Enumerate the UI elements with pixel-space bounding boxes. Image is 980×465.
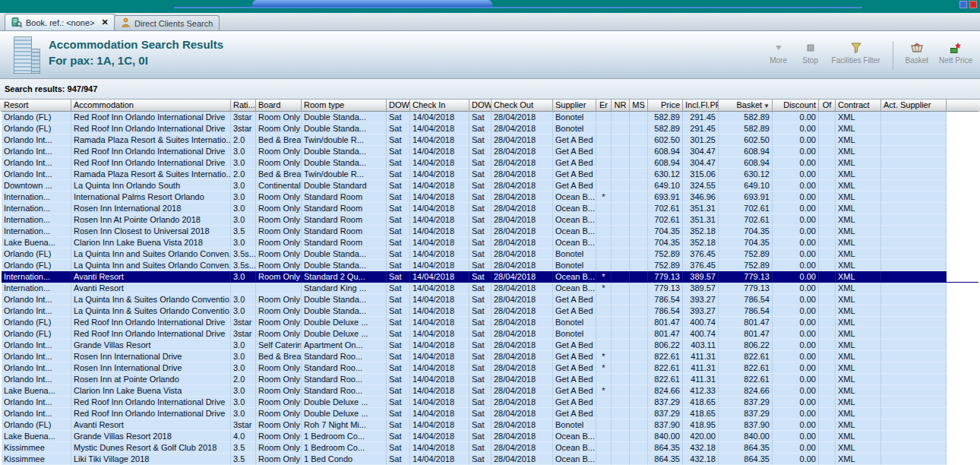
table-cell: 28/04/2018	[492, 328, 553, 340]
table-row[interactable]: Internation...Rosen Inn At Pointe Orland…	[0, 214, 980, 226]
table-row[interactable]: Orlando Int...La Quinta Inn & Suites Orl…	[0, 305, 980, 317]
table-cell: Double Deluxe ...	[302, 408, 387, 419]
tab-direct-clients-search[interactable]: Direct Clients Search	[114, 15, 220, 30]
stop-button[interactable]: Stop	[800, 41, 821, 65]
table-row[interactable]: Orlando Int...Red Roof Inn Orlando Inter…	[0, 157, 980, 169]
table-header-row: ResortAccommodationRati...BoardRoom type…	[0, 100, 980, 112]
table-cell: 630.12	[648, 169, 683, 180]
table-cell: 420.00	[683, 431, 719, 442]
table-cell: 14/04/2018	[410, 203, 469, 214]
table-row[interactable]: Orlando Int...Grande Villas Resort3.0Sel…	[0, 340, 980, 351]
table-cell: Room Only	[256, 248, 302, 260]
table-row[interactable]: Orlando (FL)La Quinta Inn and Suites Orl…	[0, 260, 980, 271]
table-cell: Red Roof Inn Orlando International Drive	[71, 408, 231, 419]
table-cell: Sat	[387, 305, 410, 317]
column-header-discount[interactable]: Discount	[773, 100, 819, 112]
table-cell: Kissimmee	[2, 442, 71, 454]
table-row[interactable]: Orlando (FL)Red Roof Inn Orlando Interna…	[0, 112, 980, 123]
page-title: Accommodation Search Results	[49, 38, 223, 51]
table-row[interactable]: Orlando (FL)Avanti Resort3starRoom OnlyR…	[0, 419, 980, 431]
column-header-check-out[interactable]: Check Out	[492, 100, 553, 112]
column-header-accommodation[interactable]: Accommodation	[71, 100, 231, 112]
table-cell: Get A Bed	[553, 374, 596, 385]
column-header-er[interactable]: Er	[596, 100, 612, 112]
column-header-dow[interactable]: DOW	[469, 100, 492, 112]
table-row[interactable]: Lake Buena...Clarion Inn Lake Buena Vist…	[0, 385, 980, 397]
column-header-resort[interactable]: Resort	[2, 100, 71, 112]
column-header-check-in[interactable]: Check In	[410, 100, 469, 112]
table-cell: Standard 2 Qu...	[302, 271, 387, 283]
table-cell: Sat	[387, 248, 410, 260]
table-cell: 3.5	[231, 442, 256, 454]
tab-booking-ref[interactable]: Book. ref.: <none> ✕	[5, 14, 115, 30]
table-row[interactable]: Orlando Int...Rosen Inn at Pointe Orland…	[0, 374, 980, 385]
table-cell	[612, 283, 630, 294]
table-cell: XML	[836, 203, 881, 214]
column-header-of[interactable]: Of	[819, 100, 836, 112]
booking-search-icon	[11, 17, 22, 29]
column-header-board[interactable]: Board	[256, 100, 302, 112]
column-header-price[interactable]: Price	[648, 100, 683, 112]
table-cell: Get A Bed	[553, 134, 596, 146]
table-cell: Red Roof Inn Orlando International Drive	[71, 123, 231, 134]
column-header-contract[interactable]: Contract	[836, 100, 881, 112]
table-cell: Sat	[387, 283, 410, 294]
table-cell	[630, 203, 648, 214]
basket-button[interactable]: Basket	[906, 41, 929, 65]
facilities-filter-button[interactable]: Facilities Filter	[832, 41, 880, 65]
table-row[interactable]: Orlando (FL)Red Roof Inn Orlando Interna…	[0, 317, 980, 328]
table-cell: XML	[836, 180, 881, 191]
nett-price-button[interactable]: Nett Price	[939, 41, 972, 65]
table-row[interactable]: Orlando Int...Ramada Plaza Resort & Suit…	[0, 169, 980, 180]
table-cell: 28/04/2018	[492, 248, 553, 260]
tab-close-icon[interactable]: ✕	[102, 17, 109, 27]
column-header-ms[interactable]: MS	[630, 100, 648, 112]
table-row[interactable]: Orlando Int...La Quinta Inn & Suites Orl…	[0, 294, 980, 305]
table-cell: 864.35	[648, 454, 683, 465]
table-row[interactable]: Internation...Avanti Resort3.0Room OnlyS…	[0, 271, 980, 283]
table-cell: 3.0	[231, 385, 256, 397]
table-row[interactable]: Orlando Int...Ramada Plaza Resort & Suit…	[0, 134, 980, 146]
column-header-nr[interactable]: NR	[612, 100, 630, 112]
table-row[interactable]: Orlando Int...Rosen Inn International Dr…	[0, 362, 980, 374]
table-row[interactable]: KissimmeeLiki Tiki Village 20183.5Room O…	[0, 454, 980, 465]
table-cell: Red Roof Inn Orlando International Drive	[71, 317, 231, 328]
table-cell: Double Standard	[302, 180, 387, 191]
table-cell: Orlando Int...	[2, 340, 71, 351]
table-cell: Sat	[469, 180, 492, 191]
table-row[interactable]: Lake Buena...Grande Villas Resort 20184.…	[0, 431, 980, 442]
table-row[interactable]: Orlando (FL)La Quinta Inn and Suites Orl…	[0, 248, 980, 260]
column-header-room-type[interactable]: Room type	[302, 100, 387, 112]
table-cell: 28/04/2018	[492, 294, 553, 305]
column-header-supplier[interactable]: Supplier	[553, 100, 596, 112]
table-row[interactable]: Internation...International Palms Resort…	[0, 191, 980, 203]
table-cell	[881, 134, 947, 146]
table-cell	[612, 248, 630, 260]
table-row[interactable]: KissimmeeMystic Dunes Resort & Golf Club…	[0, 442, 980, 454]
table-cell: XML	[836, 214, 881, 226]
table-row[interactable]: Orlando (FL)Red Roof Inn Orlando Interna…	[0, 123, 980, 134]
table-row[interactable]: Orlando Int...Rosen Inn International Dr…	[0, 351, 980, 362]
column-header-basket[interactable]: Basket▼	[719, 100, 773, 112]
table-cell: 14/04/2018	[410, 419, 469, 431]
column-header-dow[interactable]: DOW	[387, 100, 410, 112]
table-row[interactable]: Internation...Rosen Inn International 20…	[0, 203, 980, 214]
table-cell: Sat	[387, 419, 410, 431]
table-row[interactable]: Orlando Int...Red Roof Inn Orlando Inter…	[0, 397, 980, 408]
column-header-incl-fl-pp[interactable]: Incl.Fl.PP	[683, 100, 719, 112]
table-row[interactable]: Orlando Int...Red Roof Inn Orlando Inter…	[0, 408, 980, 419]
table-cell	[630, 180, 648, 191]
table-row[interactable]: Orlando (FL)Red Roof Inn Orlando Interna…	[0, 328, 980, 340]
table-cell: La Quinta Inn & Suites Orlando Conventio…	[71, 305, 231, 317]
more-button[interactable]: More	[768, 41, 789, 65]
table-row[interactable]: Lake Buena...Clarion Inn Lake Buena Vist…	[0, 237, 980, 248]
table-row[interactable]: Downtown ...La Quinta Inn Orlando South3…	[0, 180, 980, 191]
table-row[interactable]: Internation...Avanti ResortStandard King…	[0, 283, 980, 294]
table-row[interactable]: Orlando Int...Red Roof Inn Orlando Inter…	[0, 146, 980, 157]
table-cell: Twin/double R...	[302, 134, 387, 146]
column-header-rati[interactable]: Rati...	[231, 100, 256, 112]
table-cell-filler	[947, 203, 978, 214]
column-header-act-supplier[interactable]: Act. Supplier	[881, 100, 947, 112]
table-cell: Ocean B...	[553, 283, 596, 294]
table-row[interactable]: Internation...Rosen Inn Closest to Unive…	[0, 226, 980, 237]
